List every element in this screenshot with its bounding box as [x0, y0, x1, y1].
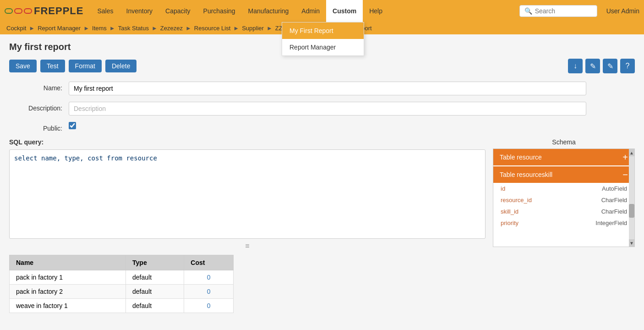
logo[interactable]: FREPPLE — [5, 5, 83, 17]
test-button[interactable]: Test — [40, 60, 65, 72]
field-skill-id: skill_id CharField — [493, 206, 634, 217]
sql-textarea[interactable]: select name, type, cost from resource — [9, 149, 486, 239]
field-id-type: AutoField — [602, 185, 627, 192]
logo-shape-red1 — [14, 8, 22, 14]
navbar: FREPPLE Sales Inventory Capacity Purchas… — [0, 0, 644, 22]
breadcrumb-supplier[interactable]: Supplier — [242, 25, 264, 32]
field-resource-id-name: resource_id — [501, 197, 532, 204]
page-content: My first report Save Test Format Delete … — [0, 34, 644, 320]
cell-name: pack in factory 1 — [10, 270, 126, 285]
table-resource-header[interactable]: Table resource + — [493, 149, 634, 165]
breadcrumb-sep-1: ► — [29, 25, 35, 32]
breadcrumb-sep-4: ► — [152, 25, 158, 32]
breadcrumb-sep-5: ► — [186, 25, 191, 32]
breadcrumb-report-manager[interactable]: Report Manager — [38, 25, 81, 32]
public-checkbox[interactable] — [69, 122, 76, 129]
form-description-row: Description: — [9, 102, 635, 116]
cell-cost: 0 — [184, 285, 234, 299]
public-label: Public: — [9, 122, 69, 132]
breadcrumb-zezezez[interactable]: Zezezez — [160, 25, 183, 32]
schema-fields-resourceskill: id AutoField resource_id CharField skill… — [493, 183, 634, 229]
schema-scroll-inner: Table resource + Table resourceskill − i… — [493, 149, 634, 229]
col-type: Type — [126, 255, 184, 270]
schema-scrollbar-thumb[interactable] — [629, 204, 634, 218]
field-skill-id-name: skill_id — [501, 208, 518, 215]
resize-handle[interactable]: ≡ — [9, 240, 486, 252]
cell-name: weave in factory 1 — [10, 299, 126, 313]
nav-search: 🔍 User Admin — [519, 5, 639, 17]
field-priority-type: IntegerField — [595, 220, 627, 226]
col-name: Name — [10, 255, 126, 270]
results-table: Name Type Cost pack in factory 1 default… — [9, 255, 234, 313]
edit1-icon-button[interactable]: ✎ — [585, 59, 600, 73]
download-icon-button[interactable]: ↓ — [568, 59, 583, 73]
scroll-arrow-down[interactable]: ▼ — [629, 239, 634, 247]
table-resource-label: Table resource — [500, 154, 542, 161]
scroll-arrow-up[interactable]: ▲ — [629, 149, 634, 156]
description-label: Description: — [9, 102, 69, 112]
description-input[interactable] — [69, 102, 586, 116]
breadcrumb-sep-6: ► — [233, 25, 239, 32]
cell-cost: 0 — [184, 299, 234, 313]
sql-label: SQL query: — [9, 138, 486, 146]
field-resource-id: resource_id CharField — [493, 194, 634, 206]
toolbar: Save Test Format Delete ↓ ✎ ✎ ? — [9, 59, 635, 73]
logo-shape-red2 — [24, 8, 32, 14]
breadcrumb-task-status[interactable]: Task Status — [118, 25, 149, 32]
edit2-icon-button[interactable]: ✎ — [603, 59, 617, 73]
form-name-row: Name: — [9, 82, 635, 95]
cell-type: default — [126, 299, 184, 313]
breadcrumb-sep-7: ► — [267, 25, 273, 32]
nav-item-admin[interactable]: Admin — [295, 0, 326, 22]
breadcrumb-sep-2: ► — [83, 25, 89, 32]
nav-item-custom[interactable]: Custom — [326, 0, 363, 22]
search-input[interactable] — [535, 7, 595, 15]
table-resourceskill-header[interactable]: Table resourceskill − — [493, 166, 634, 183]
user-admin-label: User Admin — [606, 7, 639, 15]
nav-item-help[interactable]: Help — [363, 0, 389, 22]
breadcrumb-sep-3: ► — [109, 25, 115, 32]
breadcrumb-resource-list[interactable]: Resource List — [194, 25, 230, 32]
cell-name: pack in factory 2 — [10, 285, 126, 299]
table-row: pack in factory 2 default 0 — [10, 285, 234, 299]
main-layout: SQL query: select name, type, cost from … — [9, 138, 635, 313]
table-resource-expand[interactable]: + — [622, 153, 628, 162]
logo-text: FREPPLE — [34, 5, 83, 17]
field-priority-name: priority — [501, 220, 518, 226]
name-label: Name: — [9, 82, 69, 92]
logo-shapes — [5, 8, 32, 14]
field-id: id AutoField — [493, 183, 634, 194]
cell-type: default — [126, 270, 184, 285]
col-cost: Cost — [184, 255, 234, 270]
table-resourceskill-label: Table resourceskill — [500, 171, 552, 178]
schema-scrollbar[interactable]: ▲ ▼ — [629, 149, 634, 247]
field-skill-id-type: CharField — [601, 208, 627, 215]
schema-title: Schema — [493, 138, 635, 146]
nav-items: Sales Inventory Capacity Purchasing Manu… — [91, 0, 519, 22]
form-public-row: Public: — [9, 122, 635, 132]
dropdown-item-my-first-report[interactable]: My First Report — [282, 22, 364, 39]
dropdown-item-report-manager[interactable]: Report Manager — [282, 39, 364, 55]
left-column: SQL query: select name, type, cost from … — [9, 138, 486, 313]
table-row: pack in factory 1 default 0 — [10, 270, 234, 285]
nav-item-capacity[interactable]: Capacity — [159, 0, 196, 22]
breadcrumb-items[interactable]: Items — [92, 25, 107, 32]
nav-item-sales[interactable]: Sales — [91, 0, 120, 22]
cell-type: default — [126, 285, 184, 299]
format-button[interactable]: Format — [69, 60, 102, 72]
custom-dropdown-menu: My First Report Report Manager — [282, 22, 364, 56]
nav-item-manufacturing[interactable]: Manufacturing — [242, 0, 295, 22]
breadcrumb-cockpit[interactable]: Cockpit — [6, 25, 26, 32]
table-row: weave in factory 1 default 0 — [10, 299, 234, 313]
name-input[interactable] — [69, 82, 586, 95]
nav-item-inventory[interactable]: Inventory — [120, 0, 159, 22]
nav-item-purchasing[interactable]: Purchasing — [197, 0, 242, 22]
save-button[interactable]: Save — [9, 60, 37, 72]
delete-button[interactable]: Delete — [105, 60, 136, 72]
table-resourceskill-collapse[interactable]: − — [622, 170, 628, 179]
help-icon-button[interactable]: ? — [620, 59, 635, 73]
logo-shape-green — [5, 8, 13, 14]
field-resource-id-type: CharField — [601, 197, 627, 204]
schema-scroll: Table resource + Table resourceskill − i… — [493, 148, 635, 247]
search-box[interactable]: 🔍 — [519, 5, 597, 17]
